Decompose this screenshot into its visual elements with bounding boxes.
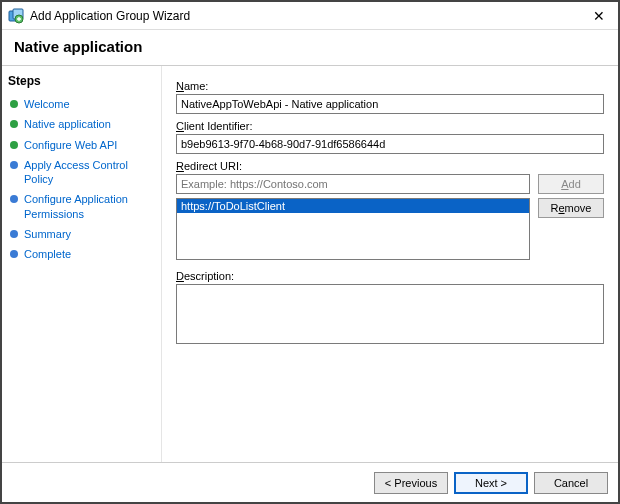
bullet-icon	[10, 195, 18, 203]
step-label: Complete	[24, 247, 71, 261]
redirect-uri-list[interactable]: https://ToDoListClient	[176, 198, 530, 260]
step-apply-access-control-policy[interactable]: Apply Access Control Policy	[8, 155, 155, 190]
step-configure-web-api[interactable]: Configure Web API	[8, 135, 155, 155]
redirect-uri-label: Redirect URI:	[176, 160, 604, 172]
step-label: Configure Application Permissions	[24, 192, 155, 221]
step-summary[interactable]: Summary	[8, 224, 155, 244]
step-native-application[interactable]: Native application	[8, 114, 155, 134]
bullet-icon	[10, 250, 18, 258]
previous-button[interactable]: < Previous	[374, 472, 448, 494]
bullet-icon	[10, 120, 18, 128]
step-complete[interactable]: Complete	[8, 244, 155, 264]
remove-button[interactable]: Remove	[538, 198, 604, 218]
next-button[interactable]: Next >	[454, 472, 528, 494]
window-title: Add Application Group Wizard	[30, 9, 190, 23]
description-label: Description:	[176, 270, 604, 282]
bullet-icon	[10, 230, 18, 238]
redirect-uri-input[interactable]	[176, 174, 530, 194]
client-id-label: Client Identifier:	[176, 120, 604, 132]
page-heading: Native application	[2, 30, 618, 66]
step-label: Native application	[24, 117, 111, 131]
steps-title: Steps	[8, 74, 155, 88]
client-id-input[interactable]	[176, 134, 604, 154]
main-area: Steps Welcome Native application Configu…	[2, 66, 618, 466]
step-welcome[interactable]: Welcome	[8, 94, 155, 114]
redirect-uri-item[interactable]: https://ToDoListClient	[177, 199, 529, 213]
form-panel: Name: Client Identifier: Redirect URI: A…	[162, 66, 618, 466]
bullet-icon	[10, 141, 18, 149]
step-label: Welcome	[24, 97, 70, 111]
app-icon	[8, 8, 24, 24]
add-button[interactable]: Add	[538, 174, 604, 194]
cancel-button[interactable]: Cancel	[534, 472, 608, 494]
step-label: Summary	[24, 227, 71, 241]
bullet-icon	[10, 161, 18, 169]
title-bar: Add Application Group Wizard ✕	[2, 2, 618, 30]
name-input[interactable]	[176, 94, 604, 114]
step-label: Apply Access Control Policy	[24, 158, 155, 187]
wizard-footer: < Previous Next > Cancel	[2, 462, 618, 502]
step-configure-application-permissions[interactable]: Configure Application Permissions	[8, 189, 155, 224]
bullet-icon	[10, 100, 18, 108]
close-button[interactable]: ✕	[586, 6, 612, 26]
description-input[interactable]	[176, 284, 604, 344]
steps-sidebar: Steps Welcome Native application Configu…	[2, 66, 162, 466]
name-label: Name:	[176, 80, 604, 92]
step-label: Configure Web API	[24, 138, 117, 152]
